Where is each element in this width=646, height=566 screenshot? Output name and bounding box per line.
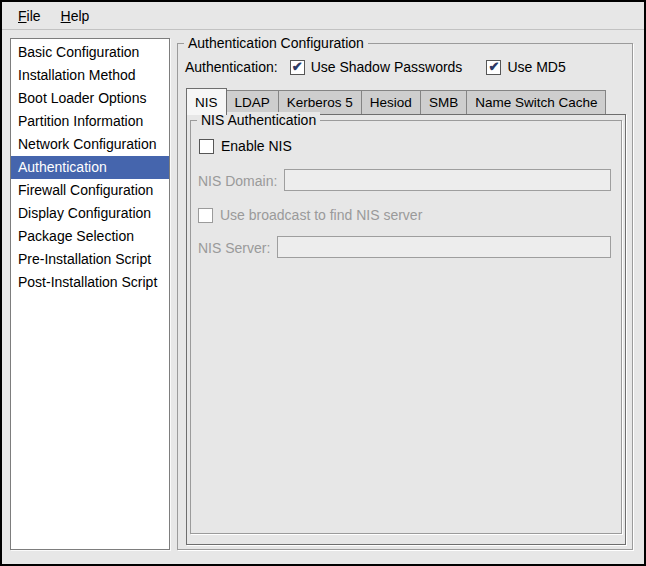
enable-nis-checkbox[interactable]: Enable NIS (199, 138, 292, 154)
authentication-label: Authentication: (185, 59, 278, 75)
sidebar-item-installation-method[interactable]: Installation Method (11, 64, 169, 87)
menubar: File Help (2, 2, 644, 30)
sidebar-item-partition-information[interactable]: Partition Information (11, 110, 169, 133)
use-md5-label: Use MD5 (507, 59, 565, 75)
menu-help[interactable]: Help (51, 4, 100, 28)
config-section-list: Basic Configuration Installation Method … (10, 38, 170, 550)
nis-domain-label: NIS Domain: (198, 173, 277, 189)
tab-hesiod[interactable]: Hesiod (361, 90, 421, 114)
authentication-notebook: NIS LDAP Kerberos 5 Hesiod SMB Name Swit… (186, 88, 626, 545)
tab-kerberos-5[interactable]: Kerberos 5 (278, 90, 362, 114)
enable-nis-label: Enable NIS (221, 138, 292, 154)
use-md5-checkbox[interactable]: ✔ Use MD5 (486, 59, 565, 75)
authentication-options-row: Authentication: ✔ Use Shadow Passwords ✔… (185, 57, 590, 77)
sidebar-item-firewall-configuration[interactable]: Firewall Configuration (11, 179, 169, 202)
sidebar-item-authentication[interactable]: Authentication (11, 156, 169, 179)
sidebar-item-package-selection[interactable]: Package Selection (11, 225, 169, 248)
authentication-configuration-frame: Authentication Configuration Authenticat… (177, 43, 633, 550)
tab-smb[interactable]: SMB (420, 90, 467, 114)
use-shadow-passwords-checkbox[interactable]: ✔ Use Shadow Passwords (290, 59, 463, 75)
tab-ldap[interactable]: LDAP (226, 90, 279, 114)
tab-name-switch-cache[interactable]: Name Switch Cache (466, 90, 606, 114)
use-shadow-passwords-label: Use Shadow Passwords (311, 59, 463, 75)
nis-server-label: NIS Server: (198, 240, 270, 256)
sidebar-item-network-configuration[interactable]: Network Configuration (11, 133, 169, 156)
checkbox-box[interactable]: ✔ (290, 60, 305, 75)
nis-server-input (277, 236, 611, 258)
kickstart-configurator-window: File Help Basic Configuration Installati… (0, 0, 646, 566)
use-broadcast-checkbox: Use broadcast to find NIS server (198, 207, 422, 223)
sidebar-item-pre-installation-script[interactable]: Pre-Installation Script (11, 248, 169, 271)
sidebar-item-basic-configuration[interactable]: Basic Configuration (11, 41, 169, 64)
nis-domain-input (284, 169, 611, 191)
sidebar-item-post-installation-script[interactable]: Post-Installation Script (11, 271, 169, 294)
tab-strip: NIS LDAP Kerberos 5 Hesiod SMB Name Swit… (186, 88, 626, 114)
checkbox-box (198, 208, 213, 223)
sidebar-item-boot-loader-options[interactable]: Boot Loader Options (11, 87, 169, 110)
menu-file[interactable]: File (8, 4, 51, 28)
frame-title: Authentication Configuration (184, 35, 368, 52)
nis-tab-page: NIS Authentication Enable NIS NIS Domain… (186, 114, 626, 545)
checkbox-box[interactable] (199, 139, 214, 154)
checkbox-box[interactable]: ✔ (486, 60, 501, 75)
use-broadcast-label: Use broadcast to find NIS server (220, 207, 422, 223)
sidebar-item-display-configuration[interactable]: Display Configuration (11, 202, 169, 225)
nis-authentication-frame: NIS Authentication Enable NIS NIS Domain… (190, 120, 622, 534)
checkmark-icon: ✔ (488, 60, 499, 73)
checkmark-icon: ✔ (292, 60, 303, 73)
tab-nis[interactable]: NIS (186, 88, 227, 115)
